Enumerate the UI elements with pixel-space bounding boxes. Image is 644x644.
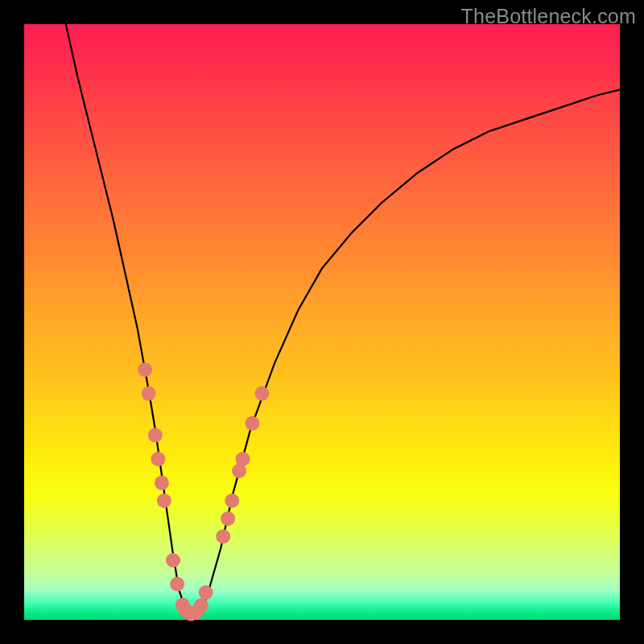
marker-point (225, 493, 239, 508)
marker-point (199, 585, 213, 600)
marker-point (166, 553, 180, 568)
marker-point (194, 598, 208, 613)
chart-svg (24, 24, 620, 620)
marker-point (151, 452, 166, 466)
marker-point (221, 511, 235, 526)
chart-frame: TheBottleneck.com (0, 0, 644, 644)
marker-group (138, 362, 269, 621)
watermark-text: TheBottleneck.com (461, 5, 636, 28)
marker-point (148, 428, 163, 443)
marker-point (157, 493, 171, 508)
marker-point (142, 386, 156, 401)
marker-point (155, 476, 169, 490)
marker-point (138, 362, 152, 377)
marker-point (245, 416, 259, 431)
marker-point (236, 452, 250, 466)
marker-point (170, 577, 184, 592)
plot-area (24, 24, 620, 620)
marker-point (216, 529, 230, 543)
marker-point (254, 386, 269, 401)
bottleneck-curve (66, 24, 620, 614)
